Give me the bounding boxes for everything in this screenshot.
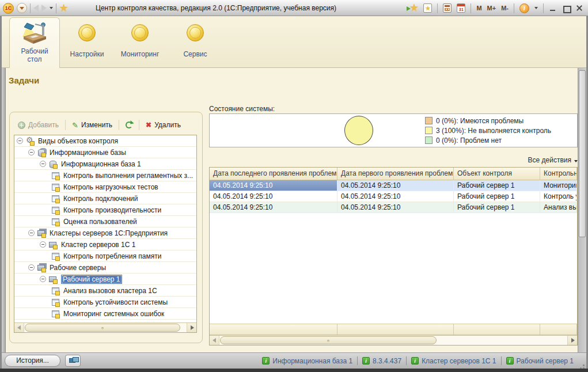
tree-item-task[interactable]: Контроль подключений xyxy=(14,193,196,204)
tab-label: Рабочий стол xyxy=(17,47,52,63)
scroll-right-button[interactable] xyxy=(187,323,196,332)
tree-item-task[interactable]: Контроль нагрузочных тестов xyxy=(14,181,196,193)
favorites-star-icon[interactable] xyxy=(59,4,68,13)
table-cell[interactable]: Рабочий сервер 1 xyxy=(454,202,540,212)
refresh-button[interactable] xyxy=(122,119,136,131)
tree-item-cluster-1[interactable]: Кластер серверов 1С 1 xyxy=(14,239,196,250)
tree-item-task[interactable]: Контроль производительности xyxy=(14,204,196,216)
tab-service[interactable]: Сервис xyxy=(171,21,219,58)
table-cell[interactable]: 04.05.2014 9:25:10 xyxy=(337,180,454,191)
arrow-left-icon xyxy=(17,325,21,330)
tree-item-task[interactable]: Контроль выполнения регламентных з... xyxy=(14,170,196,181)
table-cell[interactable]: Анализ вы xyxy=(540,202,577,212)
close-button[interactable] xyxy=(575,4,583,12)
tree-item-infobase-1[interactable]: Информационная база 1 xyxy=(14,158,196,170)
tree-horizontal-scrollbar[interactable] xyxy=(14,322,196,332)
scroll-left-button[interactable] xyxy=(210,336,219,345)
tab-desktop[interactable]: Рабочий стол xyxy=(9,17,60,68)
table-cell-selected[interactable]: 04.05.2014 9:25:10 xyxy=(210,180,337,191)
database-icon xyxy=(49,160,58,168)
tree-item-task[interactable]: Мониторинг системных ошибок xyxy=(14,308,196,320)
servers-icon xyxy=(37,264,47,272)
edit-button[interactable]: ✎Изменить xyxy=(68,119,116,131)
tree-item-task[interactable]: Анализ вызовов кластера 1С xyxy=(14,285,196,297)
table-cell[interactable]: Рабочий сервер 1 xyxy=(454,191,540,202)
history-dropdown-icon[interactable] xyxy=(50,7,53,9)
statusbar-link-version[interactable]: i8.3.4.437 xyxy=(362,357,401,365)
table-cell[interactable]: 04.05.2014 9:25:10 xyxy=(210,191,337,202)
add-favorite-icon[interactable] xyxy=(423,3,432,13)
tab-label: Мониторинг xyxy=(116,50,164,58)
table-cell[interactable]: Рабочий сервер 1 xyxy=(454,180,540,191)
collapse-icon[interactable] xyxy=(40,276,46,282)
main-menu-button[interactable] xyxy=(17,3,27,13)
legend-item-problems: 0 (0%): Имеются проблемы xyxy=(425,116,551,125)
tree-item-infobases[interactable]: Информационные базы xyxy=(14,147,196,158)
collapse-icon[interactable] xyxy=(28,230,35,236)
footer-cell xyxy=(337,324,454,335)
minimize-button[interactable] xyxy=(549,4,557,12)
info-icon[interactable]: i xyxy=(519,3,529,13)
task-icon xyxy=(51,183,60,191)
scrollbar-thumb[interactable] xyxy=(25,324,180,332)
goto-favorites-icon[interactable] xyxy=(407,3,418,13)
scroll-right-button[interactable] xyxy=(567,336,577,345)
collapse-icon[interactable] xyxy=(40,161,46,167)
table-row[interactable]: 04.05.2014 9:25:10 04.05.2014 9:25:10 Ра… xyxy=(210,180,577,191)
collapse-icon[interactable] xyxy=(28,149,35,155)
table-cell[interactable]: 04.05.2014 9:25:10 xyxy=(337,202,454,212)
resize-grip-icon[interactable] xyxy=(583,365,585,366)
info-dropdown-icon[interactable] xyxy=(534,7,538,9)
statusbar-link-cluster[interactable]: iКластер серверов 1С 1 xyxy=(411,357,496,365)
memory-recall-button[interactable]: M xyxy=(476,5,481,12)
side-splitter[interactable] xyxy=(2,68,6,352)
column-header[interactable]: Дата первого проявления проблемы xyxy=(337,168,454,180)
tree-item-working-server-1[interactable]: Рабочий сервер 1 xyxy=(14,274,196,285)
column-header[interactable]: Контрольн xyxy=(540,168,577,180)
statusbar-link-server[interactable]: iРабочий сервер 1 xyxy=(506,357,574,365)
forward-icon[interactable] xyxy=(41,5,47,12)
collapse-icon[interactable] xyxy=(28,264,35,271)
divider xyxy=(56,3,56,13)
delete-button[interactable]: ✖Удалить xyxy=(142,119,185,131)
table-horizontal-scrollbar[interactable] xyxy=(210,335,577,345)
divider xyxy=(501,356,502,365)
server-icon xyxy=(49,275,58,283)
maximize-button[interactable] xyxy=(562,4,570,12)
calendar-icon[interactable]: 31 xyxy=(457,3,465,13)
column-header[interactable]: Объект контроля xyxy=(454,168,540,180)
table-cell[interactable]: 04.05.2014 9:25:10 xyxy=(210,202,337,212)
tab-settings[interactable]: Настройки xyxy=(63,21,111,58)
main-vertical-scrollbar[interactable] xyxy=(578,68,586,352)
tab-monitoring[interactable]: Мониторинг xyxy=(116,21,164,58)
all-actions-menu[interactable]: Все действия xyxy=(209,156,578,164)
tree-item-task[interactable]: Контроль потребления памяти xyxy=(14,250,196,262)
table-cell[interactable]: 04.05.2014 9:25:10 xyxy=(337,191,454,202)
column-header[interactable]: Дата последнего проявления проблемы xyxy=(210,168,337,180)
table-row[interactable]: 04.05.2014 9:25:10 04.05.2014 9:25:10 Ра… xyxy=(210,191,577,202)
back-icon[interactable] xyxy=(33,5,39,12)
green-arrow-icon xyxy=(407,6,411,11)
collapse-icon[interactable] xyxy=(40,241,46,248)
table-cell[interactable]: Мониторин xyxy=(540,180,577,191)
memory-subtract-button[interactable]: M- xyxy=(501,5,509,12)
tree-item-clusters[interactable]: Кластеры серверов 1С:Предприятия xyxy=(14,227,196,239)
scrollbar-thumb[interactable] xyxy=(220,336,437,344)
memory-add-button[interactable]: M+ xyxy=(487,5,496,12)
tree-item-working-servers[interactable]: Рабочие серверы xyxy=(14,262,196,274)
scroll-left-button[interactable] xyxy=(14,323,24,332)
tree-item-task[interactable]: Контроль устойчивости системы xyxy=(14,297,196,308)
calculator-icon[interactable] xyxy=(443,3,452,13)
scrollbar-thumb[interactable] xyxy=(579,70,586,237)
statusbar-link-infobase[interactable]: iИнформационная база 1 xyxy=(262,357,352,365)
add-label: Добавить xyxy=(28,121,59,129)
history-button[interactable]: История... xyxy=(5,355,60,367)
tree-item-control-kinds[interactable]: Виды объектов контроля xyxy=(14,135,196,147)
client-mode-button[interactable] xyxy=(65,355,81,367)
table-row[interactable]: 04.05.2014 9:25:10 04.05.2014 9:25:10 Ра… xyxy=(210,202,577,213)
table-cell[interactable]: Контроль у xyxy=(540,191,577,202)
tree-item-task[interactable]: Оценка пользователей xyxy=(14,216,196,227)
collapse-icon[interactable] xyxy=(17,138,23,144)
add-button[interactable]: Добавить xyxy=(14,119,63,131)
window-bottom-edge xyxy=(0,369,588,372)
